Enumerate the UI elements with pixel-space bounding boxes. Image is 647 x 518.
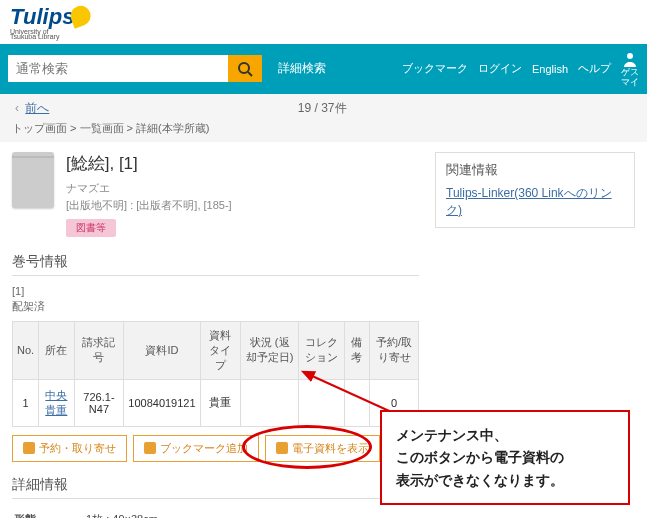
related-title: 関連情報 [446,161,624,179]
th-location: 所在 [39,321,75,379]
eresource-icon [276,442,288,454]
th-itemid: 資料ID [124,321,200,379]
related-box: 関連情報 Tulips-Linker(360 Linkへのリンク) [435,152,635,228]
item-meta: [鯰絵], [1] ナマズエ [出版地不明] : [出版者不明], [185-]… [66,152,232,237]
detail-table: 形態1枚 ; 49×38cm 別書名鯰舞舞の酒落 内容注記鯰舞舞の酒落 外山人壱… [12,507,229,518]
cell-location: 中央貴重 [39,379,75,426]
cell-collection [299,379,345,426]
crumb-detail: 詳細(本学所蔵) [136,122,209,134]
holdings-table: No. 所在 請求記号 資料ID 資料タイプ 状況 (返却予定日) コレクション… [12,321,419,427]
item-publisher: [出版地不明] : [出版者不明], [185-] [66,198,232,213]
english-link[interactable]: English [532,63,568,75]
chevron-left-icon: ‹ [15,101,19,115]
detail-val: 1枚 ; 49×38cm [86,509,227,518]
prev-link[interactable]: 前へ [25,101,49,115]
crumb-list[interactable]: 一覧画面 [80,122,124,134]
user-icon [621,50,639,68]
nav-top: ‹ 前へ 19 / 37件 [12,100,635,117]
logo: Tulips University of Tsukuba Library [10,4,90,40]
th-collection: コレクション [299,321,345,379]
volume-label: [1] 配架済 [12,284,419,315]
advanced-search-link[interactable]: 詳細検索 [278,60,326,77]
logo-text: Tulips [10,4,74,29]
svg-line-1 [248,72,252,76]
cell-type: 貴重 [200,379,241,426]
book-thumb-icon [12,152,54,208]
search-box [8,55,262,82]
cell-callno: 726.1-N47 [74,379,124,426]
cell-status [241,379,299,426]
annotation-callout: メンテナンス中、 このボタンから電子資料の 表示ができなくなります。 [380,410,630,505]
detail-section: 詳細情報 形態1枚 ; 49×38cm 別書名鯰舞舞の酒落 内容注記鯰舞舞の酒落… [12,476,419,518]
nav-row: ‹ 前へ 19 / 37件 トップ画面 > 一覧画面 > 詳細(本学所蔵) [0,94,647,142]
cell-note [344,379,369,426]
search-input[interactable] [8,55,228,82]
result-counter: 19 / 37件 [298,100,347,117]
th-status: 状況 (返却予定日) [241,321,299,379]
logo-sub2: Tsukuba Library [10,33,90,40]
reserve-icon [23,442,35,454]
item-author: ナマズエ [66,181,232,196]
reserve-button[interactable]: 予約・取り寄せ [12,435,127,462]
user-menu[interactable]: ゲス マイ [621,50,639,88]
add-bookmark-button[interactable]: ブックマーク追加 [133,435,259,462]
item-title: [鯰絵], [1] [66,152,232,175]
svg-point-2 [627,53,633,59]
th-type: 資料タイプ [200,321,241,379]
volumes-section: 巻号情報 [1] 配架済 No. 所在 請求記号 資料ID 資料タイプ 状況 (… [12,253,419,462]
crumb-top[interactable]: トップ画面 [12,122,67,134]
show-eresource-button[interactable]: 電子資料を表示 [265,435,380,462]
search-button[interactable] [228,55,262,82]
search-icon [237,61,253,77]
cell-itemid: 10084019121 [124,379,200,426]
user-line2: マイ [621,78,639,88]
item-header: [鯰絵], [1] ナマズエ [出版地不明] : [出版者不明], [185-]… [12,152,419,237]
th-note: 備考 [344,321,369,379]
left-column: [鯰絵], [1] ナマズエ [出版地不明] : [出版者不明], [185-]… [12,152,419,518]
action-row: 予約・取り寄せ ブックマーク追加 電子資料を表示 [12,435,419,462]
th-callno: 請求記号 [74,321,124,379]
tulips-linker-link[interactable]: Tulips-Linker(360 Linkへのリンク) [446,186,612,217]
topbar: 詳細検索 ブックマーク ログイン English ヘルプ ゲス マイ [0,44,647,94]
bookmark-icon [144,442,156,454]
cell-no: 1 [13,379,39,426]
detail-heading: 詳細情報 [12,476,419,499]
topbar-right: ブックマーク ログイン English ヘルプ ゲス マイ [402,50,639,88]
crumb-sep: > [70,122,79,134]
breadcrumb: トップ画面 > 一覧画面 > 詳細(本学所蔵) [12,121,635,136]
table-header-row: No. 所在 請求記号 資料ID 資料タイプ 状況 (返却予定日) コレクション… [13,321,419,379]
volumes-heading: 巻号情報 [12,253,419,276]
th-reserve: 予約/取り寄せ [370,321,419,379]
table-row: 1 中央貴重 726.1-N47 10084019121 貴重 0 [13,379,419,426]
material-badge: 図書等 [66,219,116,237]
location-link[interactable]: 中央貴重 [45,389,67,416]
help-link[interactable]: ヘルプ [578,61,611,76]
detail-key: 形態 [14,509,84,518]
callout-text: メンテナンス中、 このボタンから電子資料の 表示ができなくなります。 [396,427,564,488]
crumb-sep: > [127,122,136,134]
logo-bar: Tulips University of Tsukuba Library [0,0,647,44]
prev-wrap: ‹ 前へ [12,100,49,117]
th-no: No. [13,321,39,379]
login-link[interactable]: ログイン [478,61,522,76]
bookmark-link[interactable]: ブックマーク [402,61,468,76]
svg-point-0 [239,63,249,73]
